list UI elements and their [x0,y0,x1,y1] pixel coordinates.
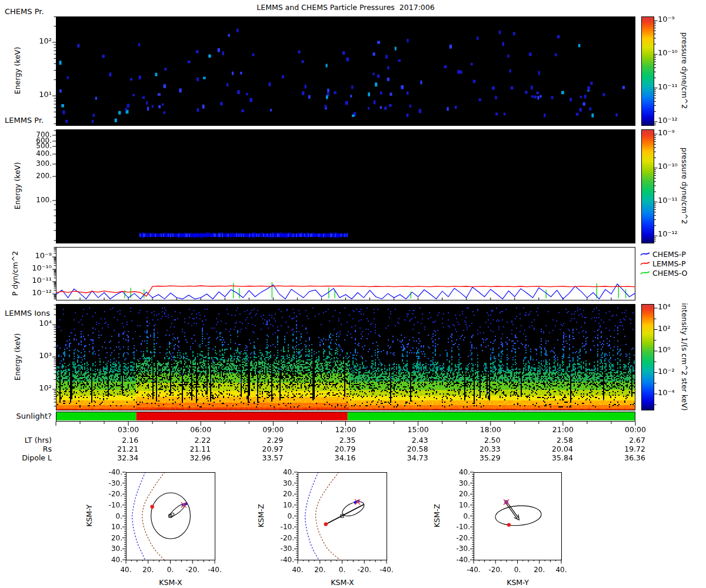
colorbar-tick-label: 10⁻¹⁰ [658,49,678,57]
pressure-tick-label: 10⁻¹⁰ [22,264,52,272]
row-value: 2.43 [387,436,428,445]
colorbar-title-pressure-2: pressure dyne/cm^2 [680,148,688,225]
row-value: 20.97 [242,445,283,453]
energy-tick-label: 500. [22,142,52,150]
pressure-axis-title: P dyn/cm^2 [11,251,19,296]
row-value: 32.96 [169,454,211,462]
panel-label-lemms: LEMMS Pr. [5,116,44,125]
orbit-y-tick-label: 20. [271,490,294,498]
energy-tick-label: 200. [22,172,52,180]
orbit-y-tick-label: 40. [271,468,294,476]
orbit3-x-title: KSM-Y [500,579,535,587]
colorbar-tick-label: 10⁻¹⁰ [658,162,678,171]
legend-swatch-icon [640,270,651,276]
chems-pressure-spectrogram [56,16,635,125]
page-title: LEMMS and CHEMS Particle Pressures 2017:… [56,4,635,12]
legend-label: CHEMS-P [652,250,686,259]
row-value: 21.11 [169,445,211,453]
time-label-03:00: 03:00 [111,426,146,434]
colorbar-tick-label: 10⁻¹¹ [658,196,678,205]
row-value: 20.58 [387,445,428,453]
row-label-lt: LT (hrs) [5,436,52,445]
orbit-y-tick-label: -40. [99,468,122,476]
orbit1-y-title: KSM-Y [85,505,94,527]
energy-tick-label: 10² [22,384,52,392]
row-value: 21.21 [97,445,138,453]
legend-label: CHEMS-O [652,269,687,278]
orbit1-x-title: KSM-X [153,579,188,587]
pressure-colorbar-1 [641,16,654,125]
colorbar-tick-label: 10⁻⁴ [658,389,675,397]
line-legend: CHEMS-P LEMMS-P CHEMS-O [640,249,687,278]
orbit-x-tick-label: 40. [547,566,575,574]
colorbar-tick-label: 10⁴ [658,303,671,311]
orbit-y-tick-label: -30. [99,479,122,487]
row-value: 2.50 [459,436,501,445]
time-label-15:00: 15:00 [401,426,436,434]
orbit-y-tick-label: 0. [99,512,122,520]
colorbar-title-pressure-1: pressure dyne/cm^2 [680,32,688,109]
orbit-y-tick-label: 40. [447,468,470,476]
row-value: 20.33 [459,445,501,453]
energy-axis-title-1: Energy (keV) [14,47,22,95]
row-value: 2.16 [97,436,138,445]
orbit-y-tick-label: 10. [99,523,122,531]
row-value: 35.29 [459,454,501,462]
legend-swatch-icon [640,251,651,257]
colorbar-title-intensity: intensity 1/(s cm^2 ster keV) [680,303,688,410]
orbit_ksmx_ksmz [294,472,387,564]
time-label-00:00: 00:00 [618,426,653,434]
orbit3-y-title: KSM-Z [433,504,441,527]
orbit_ksmy_ksmz [455,454,579,577]
row-value: 2.35 [315,436,356,445]
legend-item-lemms-p: LEMMS-P [640,259,687,268]
colorbar-tick-label: 10⁰ [658,346,671,354]
orbit-y-tick-label: 40. [99,556,122,564]
row-value: 32.34 [97,454,138,462]
orbit-x-tick-label: -40. [372,566,401,574]
energy-tick-label: 10² [22,37,52,45]
row-value: 2.58 [532,436,573,445]
orbit-x-tick-label: -40. [201,566,229,574]
lemms-ions-spectrogram [56,304,635,410]
pressure-colorbar-2 [641,129,654,243]
pressure-tick-label: 10⁻¹² [22,289,52,297]
panel-label-ions: LEMMS Ions [5,309,50,318]
orbit-y-tick-label: -10. [447,523,470,531]
time-label-18:00: 18:00 [473,426,508,434]
row-value: 20.04 [532,445,573,453]
orbit-y-tick-label: 0. [447,512,470,520]
orbit-y-tick-label: 30. [447,479,470,487]
intensity-colorbar [641,304,654,410]
energy-axis-title-3: Energy (keV) [14,333,22,381]
legend-item-chems-o: CHEMS-O [640,268,687,278]
row-value: 2.29 [242,436,283,445]
orbit2-y-title: KSM-Z [257,504,265,527]
time-label-06:00: 06:00 [183,426,218,434]
orbit_ksmx_ksmy [122,472,215,564]
colorbar-tick-label: 10⁻⁹ [658,15,675,24]
orbit-y-tick-label: 30. [99,544,122,553]
legend-swatch-icon [640,260,651,266]
orbit-y-tick-label: -40. [271,556,294,564]
energy-axis-title-2: Energy (keV) [14,162,22,210]
energy-tick-label: 400. [22,149,52,158]
row-value: 36.36 [604,454,645,462]
pressure-tick-label: 10⁻⁹ [22,252,52,260]
legend-label: LEMMS-P [652,259,685,268]
time-label-09:00: 09:00 [255,426,291,434]
pressure-line-series [56,282,635,299]
energy-tick-label: 300. [22,159,52,168]
orbit-y-tick-label: -10. [99,501,122,509]
colorbar-tick-label: 10² [658,325,671,333]
orbit-y-tick-label: -30. [447,544,470,553]
row-value: 34.16 [315,454,356,462]
energy-tick-label: 10¹ [22,91,52,99]
orbit-y-tick-label: -20. [271,534,294,542]
energy-tick-label: 10⁴ [22,319,52,328]
time-label-21:00: 21:00 [545,426,581,434]
energy-tick-label: 100. [22,196,52,204]
orbit-y-tick-label: -20. [447,534,470,542]
energy-tick-label: 10³ [22,352,52,360]
row-value: 2.22 [169,436,211,445]
